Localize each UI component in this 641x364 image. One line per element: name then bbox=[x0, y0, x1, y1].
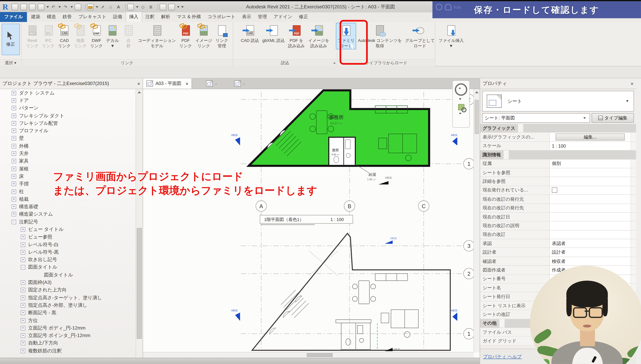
ribbon-tab[interactable]: マス & 外構 bbox=[174, 12, 204, 22]
type-selector-dropdown-icon[interactable] bbox=[626, 100, 628, 102]
tree-expand-icon[interactable]: + bbox=[21, 258, 25, 262]
property-row[interactable]: 現在の改訂 bbox=[480, 230, 636, 239]
save-icon[interactable] bbox=[29, 4, 36, 10]
modify-button[interactable]: 修正 bbox=[2, 24, 20, 55]
view-tab[interactable]: - bbox=[203, 78, 220, 89]
tree-expand-icon[interactable]: + bbox=[21, 296, 25, 300]
ribbon-tab[interactable]: 解析 bbox=[158, 12, 174, 22]
view-tab[interactable]: - bbox=[231, 78, 248, 89]
tree-item[interactable]: + ダクト システム bbox=[0, 89, 136, 97]
property-row[interactable]: 従属 個別 bbox=[480, 160, 636, 168]
grid-bubbles-rows[interactable]: 2 1 3 2 1 bbox=[464, 94, 474, 339]
tree-item[interactable]: + 断面記号 - 黒 bbox=[0, 309, 136, 317]
tree-item[interactable]: + 構造基礎 bbox=[0, 203, 136, 210]
tree-expand-icon[interactable]: + bbox=[12, 106, 16, 110]
ribbon-tab[interactable]: アドイン bbox=[270, 12, 296, 22]
navigation-bar[interactable] bbox=[452, 80, 470, 128]
sync-dropdown-icon[interactable] bbox=[46, 6, 49, 8]
property-row[interactable]: 現在発行されている... bbox=[480, 186, 636, 195]
property-row[interactable]: 表示/グラフィックスの... 編集... bbox=[480, 133, 636, 142]
tree-item[interactable]: + ビュー タイトル bbox=[0, 226, 136, 233]
ribbon-button[interactable]: コーディネーション モデル bbox=[136, 23, 178, 49]
ribbon-button[interactable]: ファイル挿入 ▼ bbox=[437, 23, 466, 49]
view-title-block[interactable]: 1階平面図（着色1） 1 : 100 bbox=[260, 215, 353, 225]
tree-item[interactable]: + レベル符号-白 bbox=[0, 241, 136, 248]
tree-expand-icon[interactable]: + bbox=[12, 128, 16, 133]
property-row[interactable]: スケール 1 : 100 bbox=[480, 142, 636, 150]
ribbon-tab[interactable]: 建築 bbox=[28, 12, 44, 22]
tree-item[interactable]: + 壁 bbox=[0, 135, 136, 142]
close-icon[interactable]: × bbox=[137, 81, 140, 86]
open-icon[interactable] bbox=[20, 4, 27, 10]
tree-item[interactable]: + パターン bbox=[0, 104, 136, 112]
tree-expand-icon[interactable]: + bbox=[21, 334, 25, 338]
zoom-icon[interactable] bbox=[458, 104, 464, 110]
scroll-up-icon[interactable] bbox=[138, 91, 141, 93]
tag-icon[interactable]: ⌂ bbox=[108, 4, 114, 10]
tree-expand-icon[interactable]: + bbox=[21, 280, 25, 285]
switch-windows-icon[interactable] bbox=[168, 4, 175, 10]
revit-logo-icon[interactable]: R bbox=[2, 2, 8, 11]
tree-item[interactable]: + 複数鉄筋の注釈 bbox=[0, 347, 136, 354]
tree-item[interactable]: + 指定点高さ-ターゲット、塗り潰し bbox=[0, 294, 136, 302]
views-icon[interactable] bbox=[12, 4, 18, 10]
ribbon-button[interactable]: 点 群 bbox=[120, 23, 136, 49]
tree-item[interactable]: + ドア bbox=[0, 97, 136, 104]
tree-expand-icon[interactable]: + bbox=[21, 288, 25, 292]
3d-view-dropdown-icon[interactable] bbox=[136, 6, 138, 8]
tree-item[interactable]: − 注釈記号 bbox=[0, 218, 136, 226]
ribbon-button[interactable]: イメージを 読み込み bbox=[306, 23, 331, 49]
tree-expand-icon[interactable]: + bbox=[12, 189, 16, 194]
group-label-link[interactable]: リンク bbox=[22, 59, 233, 66]
redo-icon[interactable]: ↷ bbox=[62, 4, 68, 10]
ribbon-button[interactable]: デカル ▼ bbox=[104, 23, 121, 49]
tree-expand-icon[interactable]: + bbox=[21, 250, 25, 254]
scrollbar-thumb[interactable] bbox=[475, 100, 479, 134]
tree-expand-icon[interactable]: + bbox=[12, 91, 16, 95]
scroll-up-icon[interactable] bbox=[475, 91, 478, 93]
tree-expand-icon[interactable]: + bbox=[21, 318, 25, 323]
tree-item[interactable]: + レベル符号-黒 bbox=[0, 248, 136, 256]
measure-icon[interactable] bbox=[87, 4, 94, 10]
section-icon[interactable]: ◇ bbox=[140, 4, 146, 10]
ribbon-tab[interactable]: 構造 bbox=[44, 12, 59, 22]
sheet-view[interactable]: 事務所 53.57 ㎡ 便所 4.60 ㎡ 給湯 1.80 ㎡ B断面 A断面 … bbox=[143, 89, 474, 352]
tree-expand-icon[interactable]: + bbox=[21, 310, 25, 315]
scrollbar-thumb[interactable] bbox=[137, 228, 142, 339]
ribbon-tab[interactable]: 注釈 bbox=[142, 12, 158, 22]
ribbon-button[interactable]: PDF を 読み込み bbox=[286, 23, 306, 49]
tree-expand-icon[interactable]: + bbox=[12, 98, 16, 103]
ribbon-tab[interactable]: 鉄骨 bbox=[59, 12, 75, 22]
default-3d-view-icon[interactable] bbox=[127, 4, 134, 10]
tree-item[interactable]: + 固定された上方向 bbox=[0, 286, 136, 294]
ribbon-button[interactable]: 地形 リンク bbox=[72, 23, 88, 49]
redo-dropdown-icon[interactable] bbox=[70, 6, 73, 8]
tree-expand-icon[interactable]: + bbox=[12, 212, 16, 217]
tree-expand-icon[interactable]: + bbox=[12, 182, 16, 186]
tree-expand-icon[interactable]: + bbox=[12, 144, 16, 148]
type-selector[interactable]: シート bbox=[482, 91, 634, 112]
properties-help-link[interactable]: プロパティ ヘルプ bbox=[483, 354, 522, 360]
tree-item[interactable]: + 立面記号 ポインタ_円-12mm bbox=[0, 332, 136, 340]
property-row[interactable]: 現在の改訂の発行元 bbox=[480, 195, 636, 204]
property-row[interactable]: 詳細を参照 bbox=[480, 177, 636, 186]
grid-bubbles-columns[interactable]: A B C bbox=[256, 201, 429, 212]
tree-item[interactable]: + 天井 bbox=[0, 150, 136, 158]
tree-expand-icon[interactable]: + bbox=[21, 242, 25, 247]
tree-expand-icon[interactable]: + bbox=[21, 303, 25, 308]
property-row[interactable]: 設計者 設計者 bbox=[480, 248, 636, 257]
ribbon-button[interactable]: イメージ リンク bbox=[194, 23, 214, 49]
tree-item[interactable]: + プロファイル bbox=[0, 127, 136, 135]
property-row[interactable]: グラフィックス bbox=[480, 124, 636, 133]
text-icon[interactable]: A bbox=[116, 4, 122, 10]
sync-icon[interactable] bbox=[38, 4, 44, 10]
section-marker-b[interactable] bbox=[378, 181, 388, 184]
close-icon[interactable]: × bbox=[630, 81, 634, 86]
tree-expand-icon[interactable]: + bbox=[12, 174, 16, 179]
tree-expand-icon[interactable]: + bbox=[12, 204, 16, 209]
tree-item[interactable]: + 吹き出し記号 bbox=[0, 256, 136, 264]
property-row[interactable]: 現在の改訂の説明 bbox=[480, 222, 636, 230]
tree-item[interactable]: + 構造梁システム bbox=[0, 210, 136, 218]
tree-expand-icon[interactable]: + bbox=[12, 159, 16, 164]
tree-item[interactable]: + フレキシブル ダクト bbox=[0, 112, 136, 120]
